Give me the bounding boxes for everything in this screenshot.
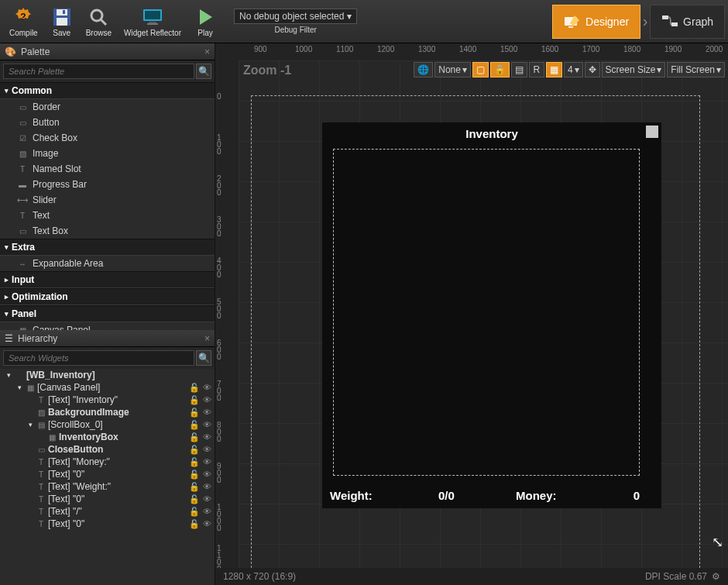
palette-search-button[interactable]: 🔍 (196, 64, 211, 79)
widget-reflector-button[interactable]: Widget Reflector (118, 2, 187, 42)
gear-icon[interactable]: ⚙ (712, 571, 720, 582)
unlock-icon[interactable]: 🔓 (189, 395, 200, 405)
unlock-icon[interactable]: 🔓 (189, 494, 200, 504)
hierarchy-row[interactable]: ▭CloseButton🔓👁 (0, 443, 215, 456)
unlock-icon[interactable]: 🔓 (189, 432, 200, 442)
hierarchy-row[interactable]: ▾[WB_Inventory] (0, 369, 215, 381)
browse-button[interactable]: Browse (80, 2, 118, 42)
close-icon[interactable]: × (204, 46, 210, 57)
ruler-tick: 0 (217, 93, 221, 100)
hierarchy-tree[interactable]: ▾[WB_Inventory]▾▦[Canvas Panel]🔓👁T[Text]… (0, 369, 215, 585)
disclosure-icon[interactable]: ▾ (5, 371, 12, 379)
palette-tab[interactable]: 🎨 Palette × (0, 43, 215, 60)
palette-category[interactable]: ▾Common (0, 82, 215, 99)
none-combo[interactable]: None▾ (434, 62, 471, 77)
unlock-icon[interactable]: 🔓 (189, 420, 200, 430)
category-label: Common (12, 85, 52, 96)
palette-item[interactable]: ▭Text Box (0, 223, 215, 239)
designer-tab[interactable]: Designer (552, 5, 640, 39)
palette-item[interactable]: ▭Border (0, 99, 215, 115)
palette-item[interactable]: ☑Check Box (0, 130, 215, 146)
hierarchy-search-button[interactable]: 🔍 (196, 350, 211, 366)
resize-handle-icon[interactable]: ⤡ (712, 534, 723, 551)
eye-icon[interactable]: 👁 (203, 457, 211, 467)
palette-item[interactable]: ▬Progress Bar (0, 177, 215, 192)
palette-item[interactable]: ▦Canvas Panel (0, 322, 215, 330)
disclosure-icon[interactable]: ▾ (15, 384, 23, 391)
eye-icon[interactable]: 👁 (203, 408, 211, 418)
disclosure-icon: ▸ (5, 293, 9, 301)
palette-search-input[interactable] (3, 64, 194, 79)
hierarchy-row[interactable]: T[Text] "Weight:"🔓👁 (0, 480, 215, 493)
palette-item[interactable]: ↔Expandable Area (0, 256, 215, 271)
eye-icon[interactable]: 👁 (203, 519, 211, 529)
eye-icon[interactable]: 👁 (203, 383, 211, 393)
unlock-icon[interactable]: 🔓 (189, 457, 200, 467)
lock-toggle[interactable]: 🔒 (490, 62, 510, 77)
fill-screen-combo[interactable]: Fill Screen▾ (667, 62, 725, 77)
designer-viewport[interactable]: 9001000110012001300140015001600170018001… (215, 43, 728, 585)
layout-toggle[interactable]: ▢ (472, 62, 489, 77)
unlock-icon[interactable]: 🔓 (189, 470, 200, 480)
screen-size-combo[interactable]: Screen Size▾ (602, 62, 666, 77)
hierarchy-tab[interactable]: ☰ Hierarchy × (0, 330, 215, 347)
eye-icon[interactable]: 👁 (203, 507, 211, 517)
eye-icon[interactable]: 👁 (203, 420, 211, 430)
hierarchy-row[interactable]: T[Text] "/"🔓👁 (0, 505, 215, 518)
eye-icon[interactable]: 👁 (203, 432, 211, 442)
unlock-icon[interactable]: 🔓 (189, 383, 200, 393)
globe-button[interactable]: 🌐 (414, 62, 433, 77)
close-icon[interactable]: × (204, 333, 210, 344)
compile-button[interactable]: ? Compile (3, 2, 44, 42)
palette-item[interactable]: ▭Button (0, 115, 215, 130)
palette-list[interactable]: ▾Common▭Border▭Button☑Check Box▨ImageTNa… (0, 82, 215, 330)
scrollbox-outline[interactable] (333, 149, 640, 476)
ruler-tick: 900 (254, 45, 267, 53)
eye-icon[interactable]: 👁 (203, 445, 211, 455)
unlock-icon[interactable]: 🔓 (189, 482, 200, 492)
palette-item[interactable]: TText (0, 208, 215, 223)
layout-rows-button[interactable]: ▤ (511, 62, 527, 77)
palette-item[interactable]: ⟷Slider (0, 192, 215, 208)
move-button[interactable]: ✥ (585, 62, 600, 77)
eye-icon[interactable]: 👁 (203, 395, 211, 405)
inventory-panel[interactable]: Inventory Weight: 0/0 Money: 0 (322, 122, 661, 508)
close-button-widget[interactable] (646, 126, 658, 138)
debug-object-combo[interactable]: No debug object selected ▾ (234, 9, 357, 24)
palette-category[interactable]: ▾Panel (0, 305, 215, 322)
canvas-area[interactable]: Zoom -1 🌐 None▾ ▢ 🔒 ▤ R ▦ 4▾ ✥ Screen Si… (239, 60, 728, 571)
palette-category[interactable]: ▾Extra (0, 239, 215, 256)
unlock-icon[interactable]: 🔓 (189, 408, 200, 418)
palette-category[interactable]: ▸Input (0, 271, 215, 288)
save-button[interactable]: Save (44, 2, 80, 42)
eye-icon[interactable]: 👁 (203, 494, 211, 504)
unlock-icon[interactable]: 🔓 (189, 519, 200, 529)
palette-item[interactable]: ▨Image (0, 146, 215, 161)
eye-icon[interactable]: 👁 (203, 470, 211, 480)
hierarchy-row[interactable]: ▦InventoryBox🔓👁 (0, 431, 215, 443)
palette-category[interactable]: ▸Optimization (0, 288, 215, 305)
hierarchy-row[interactable]: ▾▦[Canvas Panel]🔓👁 (0, 381, 215, 394)
hierarchy-row[interactable]: T[Text] "Money:"🔓👁 (0, 456, 215, 468)
snap-size-combo[interactable]: 4▾ (564, 62, 583, 77)
hierarchy-row[interactable]: ▾▤[ScrollBox_0]🔓👁 (0, 418, 215, 431)
play-button[interactable]: Play (187, 2, 223, 42)
hierarchy-row[interactable]: T[Text] "Inventory"🔓👁 (0, 394, 215, 406)
widget-type-icon: ▭ (17, 227, 28, 236)
hierarchy-row[interactable]: T[Text] "0"🔓👁 (0, 493, 215, 505)
hierarchy-row[interactable]: T[Text] "0"🔓👁 (0, 518, 215, 530)
palette-item[interactable]: TNamed Slot (0, 161, 215, 177)
hierarchy-row[interactable]: T[Text] "0"🔓👁 (0, 468, 215, 480)
unlock-icon[interactable]: 🔓 (189, 445, 200, 455)
hierarchy-search-input[interactable] (3, 350, 194, 366)
r-button[interactable]: R (529, 62, 544, 77)
disclosure-icon[interactable]: ▾ (26, 421, 34, 428)
ruler-tick: 1200 (377, 45, 394, 53)
eye-icon[interactable]: 👁 (203, 482, 211, 492)
graph-tab[interactable]: Graph (650, 5, 725, 39)
ruler-tick: 1800 (623, 45, 640, 53)
unlock-icon[interactable]: 🔓 (189, 507, 200, 517)
widget-type-icon: ▤ (36, 421, 46, 429)
grid-toggle[interactable]: ▦ (546, 62, 562, 77)
hierarchy-row[interactable]: ▨BackgroundImage🔓👁 (0, 406, 215, 418)
